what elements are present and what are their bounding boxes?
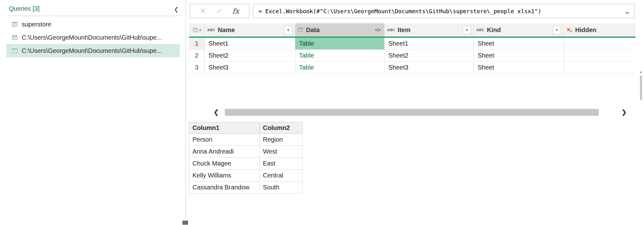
table-link[interactable]: Table [299,52,314,59]
row-number[interactable]: 1 [189,38,205,50]
query-item-label: C:\Users\GeorgeMount\Documents\GitHub\su… [22,47,162,54]
cell-hidden[interactable] [564,62,636,74]
column-label: Item [397,26,410,34]
preview-row: Kelly Williams Central [189,170,303,182]
preview-header-row: Column1 Column2 [189,122,303,134]
preview-cell: Cassandra Brandow [189,182,260,194]
preview-cell: Person [189,134,260,146]
text-type-icon[interactable]: ABC [387,28,395,32]
query-item[interactable]: superstore [6,18,180,31]
data-grid: ▾ ABC Name ▾ [189,23,636,74]
h-scrollbar: ❮ ❯ [189,108,636,116]
cell-item[interactable]: Sheet2 [385,50,474,62]
scroll-right-icon[interactable]: ❯ [621,108,627,116]
column-header-item[interactable]: ABC Item ▾ [385,23,474,37]
row-number[interactable]: 2 [189,50,205,62]
table-icon [192,27,198,33]
query-list: superstore C:\Users\GeorgeMount\Document… [6,18,180,57]
preview-cell: Central [260,170,303,182]
column-label: Data [306,26,319,34]
formula-bar[interactable]: = Excel.Workbook(#"C:\Users\GeorgeMount\… [253,4,635,18]
table-link[interactable]: Table [299,64,314,71]
text-type-icon[interactable]: ABC [476,28,484,32]
cell-data[interactable]: Table [295,38,385,50]
h-scroll-thumb[interactable] [225,109,599,116]
cell-data[interactable]: Table [295,62,385,74]
preview-row: Anna Andreadi West [189,146,303,158]
cell-name[interactable]: Sheet1 [205,38,295,50]
preview-cell: Anna Andreadi [189,146,260,158]
column-label: Hidden [575,26,597,34]
expand-icon [375,28,381,32]
table-row: 2 Sheet2 Table Sheet2 Sheet [189,50,636,62]
chevron-down-icon[interactable]: ⌄ [620,6,635,16]
preview-row: Cassandra Brandow South [189,182,303,194]
query-item-label: C:\Users\GeorgeMount\Documents\GitHub\su… [22,34,162,41]
preview-pane: Column1 Column2 Person Region Anna Andre… [189,122,303,194]
cell-kind[interactable]: Sheet [474,50,564,62]
cell-item[interactable]: Sheet1 [385,38,474,50]
table-type-icon[interactable] [298,27,303,33]
collapse-pane-icon[interactable]: ❮ [174,5,179,14]
v-scroll-thumb[interactable] [640,76,642,100]
query-item[interactable]: C:\Users\GeorgeMount\Documents\GitHub\su… [6,31,180,44]
column-label: Kind [487,26,501,34]
power-query-editor: Queries [3] ❮ superstore [0,0,644,225]
queries-pane-header: Queries [3] ❮ [9,5,181,14]
select-all-button[interactable]: ▾ [189,23,205,37]
cell-hidden[interactable] [564,38,636,50]
filter-button[interactable]: ▾ [552,26,561,34]
filter-icon: ▾ [287,28,289,32]
column-header-hidden[interactable]: Hidden [564,23,636,37]
filter-icon: ▾ [466,28,468,32]
cell-name[interactable]: Sheet3 [205,62,295,74]
scroll-up-icon[interactable]: ▲ [639,70,643,74]
cell-kind[interactable]: Sheet [474,62,564,74]
queries-pane-divider [8,16,181,16]
cancel-icon[interactable]: ✕ [200,7,206,15]
table-link[interactable]: Table [299,40,314,47]
preview-row: Person Region [189,134,303,146]
commit-icon[interactable]: ✓ [216,7,222,15]
column-header-name[interactable]: ABC Name ▾ [205,23,295,37]
query-item-label: superstore [22,21,52,28]
preview-table: Column1 Column2 Person Region Anna Andre… [189,122,303,194]
filter-button[interactable]: ▾ [463,26,471,34]
h-scroll-track[interactable] [225,109,610,116]
preview-cell: East [260,158,303,170]
cell-name[interactable]: Sheet2 [205,50,295,62]
column-label: Name [218,26,235,34]
preview-cell: West [260,146,303,158]
preview-cell: Chuck Magee [189,158,260,170]
v-scrollbar: ▲ [639,70,643,100]
cell-hidden[interactable] [564,50,636,62]
chevron-down-icon: ▾ [199,28,201,32]
table-icon [11,34,18,41]
filter-icon: ▾ [556,28,558,32]
column-header-data[interactable]: Data [295,23,385,37]
cell-item[interactable]: Sheet3 [385,62,474,74]
preview-cell: Region [260,134,303,146]
table-row: 1 Sheet1 Table Sheet1 Sheet [189,38,636,50]
table-icon [11,21,18,28]
query-item-selected[interactable]: C:\Users\GeorgeMount\Documents\GitHub\su… [6,44,180,57]
grid-header-row: ▾ ABC Name ▾ [189,23,636,37]
preview-cell: Kelly Williams [189,170,260,182]
editor-main: ✕ ✓ fx = Excel.Workbook(#"C:\Users\Georg… [186,0,644,225]
expand-column-button[interactable] [374,27,382,33]
preview-cell: South [260,182,303,194]
formula-input[interactable]: = Excel.Workbook(#"C:\Users\GeorgeMount\… [253,8,620,14]
cell-kind[interactable]: Sheet [474,38,564,50]
queries-pane: Queries [3] ❮ superstore [0,0,186,225]
table-icon [11,48,18,54]
column-header-kind[interactable]: ABC Kind ▾ [474,23,564,37]
fx-icon[interactable]: fx [232,7,239,15]
scroll-left-icon[interactable]: ❮ [214,108,219,116]
text-type-icon[interactable]: ABC [207,28,215,32]
row-number[interactable]: 3 [189,62,205,74]
preview-row: Chuck Magee East [189,158,303,170]
cell-data[interactable]: Table [295,50,385,62]
preview-column-header: Column2 [260,122,303,134]
logical-type-icon[interactable] [566,27,573,33]
filter-button[interactable]: ▾ [284,26,292,34]
